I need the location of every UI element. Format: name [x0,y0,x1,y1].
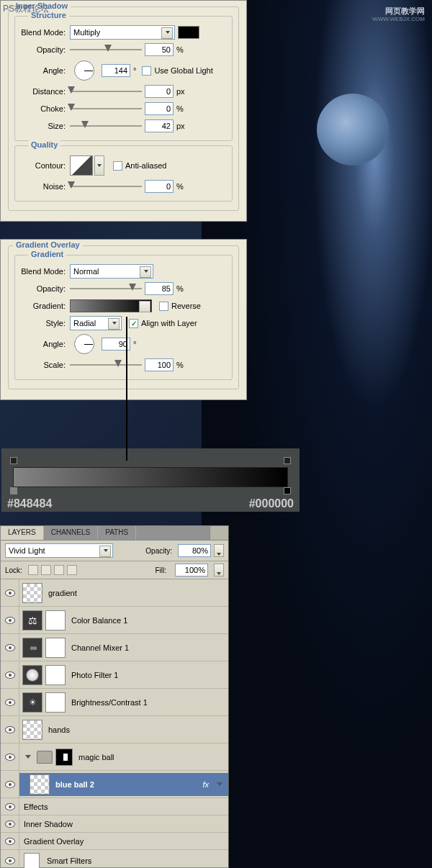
expand-icon[interactable] [25,755,31,759]
visibility-icon[interactable] [5,617,15,624]
angle-value[interactable]: 144 [102,64,130,77]
layer-group-row[interactable]: magic ball [1,743,228,771]
opacity-value[interactable]: 50 [145,43,174,56]
visibility-icon[interactable] [5,672,15,679]
effect-gradient-overlay-row[interactable]: Gradient Overlay [1,833,228,850]
layer-blend-mode-select[interactable]: Vivid Light [5,543,113,558]
fx-badge[interactable]: fx [202,780,211,789]
go-blend-mode-label: Blend Mode: [21,267,70,276]
layer-row[interactable]: Channel Mixer 1 [1,634,228,661]
noise-slider[interactable] [70,180,142,193]
opacity-stop-left[interactable] [10,457,17,467]
fill-flyout[interactable] [214,564,224,577]
choke-value[interactable]: 0 [145,102,174,115]
go-opacity-value[interactable]: 85 [145,282,174,295]
layer-opacity-value[interactable]: 80% [178,544,211,557]
noise-label: Noise: [21,182,70,191]
left-hex: #848484 [7,497,52,510]
contour-dropdown[interactable] [94,155,104,176]
go-opacity-slider[interactable] [70,282,142,295]
layer-row[interactable]: hands [1,716,228,743]
color-stop-right[interactable] [284,487,291,497]
lock-position-icon[interactable] [54,565,64,575]
mask-thumb [45,692,66,713]
gradient-label: Gradient: [21,302,70,310]
angle-dial[interactable] [74,60,94,81]
shadow-color-swatch[interactable] [178,26,199,39]
panel-menu-icon[interactable] [210,526,228,540]
anti-aliased-checkbox[interactable] [113,161,122,171]
smart-filter-mask [24,853,40,869]
visibility-icon[interactable] [5,857,15,864]
effect-inner-shadow-row[interactable]: Inner Shadow [1,815,228,833]
smart-filters-row[interactable]: Smart Filters [1,850,228,868]
blend-mode-select[interactable]: Multiply [70,25,175,40]
reverse-label: Reverse [171,302,201,310]
go-angle-label: Angle: [21,340,70,348]
layer-row[interactable]: gradient [1,579,228,607]
visibility-icon[interactable] [5,754,15,761]
align-label: Align with Layer [141,319,197,327]
gradient-picker[interactable] [70,299,152,312]
fill-label: Fill: [155,566,166,574]
tab-layers[interactable]: LAYERS [1,526,44,540]
visibility-icon[interactable] [5,699,15,706]
layer-row[interactable]: Brightness/Contrast 1 [1,689,228,716]
lock-label: Lock: [5,566,22,574]
gradient-overlay-panel: Gradient Overlay Gradient Blend Mode: No… [0,239,247,400]
align-checkbox[interactable] [129,319,138,328]
opacity-stop-right[interactable] [284,457,291,467]
lock-transparency-icon[interactable] [28,565,38,575]
scale-label: Scale: [21,361,70,369]
distance-slider[interactable] [70,85,142,98]
watermark-top-left: PS教程论坛 [3,3,49,15]
choke-slider[interactable] [70,102,142,115]
scale-value[interactable]: 100 [145,358,174,371]
gradient-editor: #848484 #000000 [1,448,300,512]
size-value[interactable]: 42 [145,119,174,132]
visibility-icon[interactable] [5,838,15,845]
visibility-icon[interactable] [5,803,15,810]
inner-shadow-panel: Inner Shadow Structure Blend Mode: Multi… [0,0,247,222]
style-select[interactable]: Radial [70,316,122,330]
go-angle-dial[interactable] [74,334,94,354]
reverse-checkbox[interactable] [159,302,168,311]
scale-slider[interactable] [70,358,142,371]
fill-value[interactable]: 100% [175,564,208,577]
visibility-icon[interactable] [5,589,15,597]
distance-value[interactable]: 0 [145,85,174,98]
layers-panel: LAYERS CHANNELS PATHS Vivid Light Opacit… [0,525,229,868]
size-label: Size: [21,122,70,130]
tab-channels[interactable]: CHANNELS [44,526,98,540]
group-mask-thumb [55,749,73,766]
fx-expand-icon[interactable] [217,782,222,786]
gradient-bar[interactable] [13,467,288,487]
layer-row[interactable]: ⚖Color Balance 1 [1,607,228,634]
lock-pixels-icon[interactable] [41,565,51,575]
gradient-overlay-title: Gradient Overlay [13,240,83,249]
photo-filter-icon [22,665,42,685]
opacity-slider[interactable] [70,43,142,56]
visibility-icon[interactable] [5,726,15,733]
layer-row[interactable]: Photo Filter 1 [1,661,228,689]
mask-thumb [45,665,66,685]
go-blend-mode-select[interactable]: Normal [70,264,153,279]
lock-all-icon[interactable] [67,565,77,575]
color-stop-left[interactable] [10,487,17,497]
gradient-section-title: Gradient [28,250,66,258]
opacity-flyout[interactable] [214,544,224,557]
layer-thumb [22,583,42,603]
noise-value[interactable]: 0 [145,180,174,193]
visibility-icon[interactable] [5,781,15,788]
visibility-icon[interactable] [5,644,15,651]
effects-row[interactable]: Effects [1,798,228,815]
size-slider[interactable] [70,119,142,132]
tab-paths[interactable]: PATHS [98,526,136,540]
visibility-icon[interactable] [5,820,15,828]
layer-thumb [30,774,50,795]
opacity-label: Opacity: [21,45,70,54]
layer-row-selected[interactable]: blue ball 2fx [1,771,228,798]
global-light-checkbox[interactable] [142,66,151,76]
contour-picker[interactable] [70,155,93,176]
go-opacity-label: Opacity: [21,284,70,293]
